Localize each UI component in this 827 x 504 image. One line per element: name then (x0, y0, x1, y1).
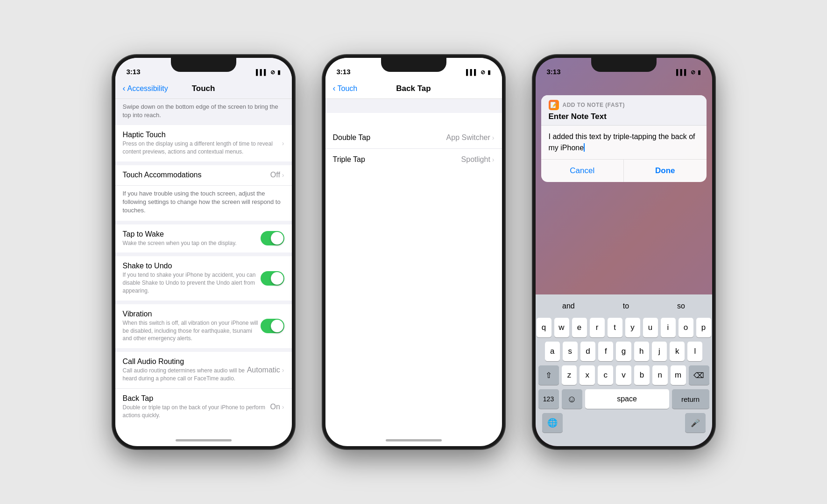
wifi-icon-1: ⊘ (270, 69, 275, 76)
back-chevron-1: ‹ (123, 84, 126, 93)
vibration-group: Vibration When this switch is off, all v… (115, 304, 292, 348)
globe-key[interactable]: 🌐 (542, 413, 563, 433)
notch-3 (591, 58, 657, 72)
key-f[interactable]: f (598, 342, 613, 361)
call-audio-chevron: › (282, 366, 284, 374)
sep-3 (115, 252, 292, 256)
key-row-4: 123 ☺ space return (538, 389, 709, 409)
predictive-and[interactable]: and (557, 300, 580, 312)
touch-acc-group: Touch Accommodations Off › If you have t… (115, 165, 292, 221)
status-icons-1: ▌▌▌ ⊘ ▮ (256, 69, 281, 76)
vibration-item: Vibration When this switch is off, all v… (115, 304, 292, 348)
back-tap-chevron: › (282, 403, 284, 411)
touch-acc-title: Touch Accommodations (123, 171, 270, 179)
time-2: 3:13 (337, 68, 351, 76)
key-c[interactable]: c (598, 365, 613, 385)
notch-1 (171, 58, 236, 72)
vibration-title: Vibration (123, 310, 261, 318)
key-z[interactable]: z (562, 365, 577, 385)
triple-tap-chevron: › (492, 156, 495, 163)
nav-bar-1: ‹ Accessibility Touch (115, 78, 292, 99)
back-label-1[interactable]: Accessibility (127, 84, 168, 93)
vibration-toggle[interactable] (261, 319, 284, 333)
key-x[interactable]: x (580, 365, 595, 385)
space-key[interactable]: space (585, 389, 669, 409)
key-d[interactable]: d (580, 342, 595, 361)
key-a[interactable]: a (545, 342, 560, 361)
key-k[interactable]: k (670, 342, 685, 361)
back-label-2[interactable]: Touch (338, 84, 358, 93)
key-m[interactable]: m (671, 365, 686, 385)
key-h[interactable]: h (634, 342, 649, 361)
cancel-button[interactable]: Cancel (541, 160, 624, 182)
key-o[interactable]: o (679, 318, 693, 337)
phone-3-screen: 3:13 ▌▌▌ ⊘ ▮ 📝 ADD TO NOTE (FAST) Enter … (536, 58, 712, 446)
done-button[interactable]: Done (624, 160, 707, 182)
key-r[interactable]: r (590, 318, 605, 337)
double-tap-item[interactable]: Double Tap App Switcher › (325, 127, 502, 149)
return-key[interactable]: return (672, 389, 709, 409)
back-button-2[interactable]: ‹ Touch (333, 84, 358, 93)
shift-key[interactable]: ⇧ (538, 365, 559, 385)
text-cursor (584, 143, 585, 152)
key-w[interactable]: w (554, 318, 569, 337)
touch-acc-value: Off (270, 171, 280, 179)
key-u[interactable]: u (643, 318, 658, 337)
modal-buttons: Cancel Done (541, 159, 707, 182)
key-p[interactable]: p (696, 318, 711, 337)
haptic-touch-item[interactable]: Haptic Touch Press on the display using … (115, 125, 292, 161)
triple-tap-label: Triple Tap (333, 155, 365, 164)
vibration-knob (271, 320, 283, 332)
numbers-key[interactable]: 123 (538, 389, 559, 409)
predictive-to[interactable]: to (617, 300, 635, 312)
add-to-note-modal: 📝 ADD TO NOTE (FAST) Enter Note Text I a… (541, 95, 707, 182)
key-b[interactable]: b (634, 365, 650, 385)
haptic-touch-title: Haptic Touch (123, 131, 282, 139)
haptic-touch-right: › (282, 140, 284, 147)
key-l[interactable]: l (687, 342, 702, 361)
predictive-so[interactable]: so (671, 300, 691, 312)
shake-undo-group: Shake to Undo If you tend to shake your … (115, 256, 292, 300)
back-tap-subtitle: Double or triple tap on the back of your… (123, 404, 270, 420)
back-tap-item[interactable]: Back Tap Double or triple tap on the bac… (115, 389, 292, 425)
call-audio-title: Call Audio Routing (123, 357, 247, 366)
double-tap-chevron: › (492, 134, 495, 141)
back-chevron-2: ‹ (333, 84, 336, 93)
back-button-1[interactable]: ‹ Accessibility (123, 84, 168, 93)
sep-4 (115, 301, 292, 304)
time-1: 3:13 (127, 68, 141, 76)
keyboard-area: and to so q w e r t y u i o p a s d (536, 294, 712, 446)
delete-key[interactable]: ⌫ (689, 365, 709, 385)
key-e[interactable]: e (572, 318, 587, 337)
key-v[interactable]: v (616, 365, 631, 385)
triple-tap-item[interactable]: Triple Tap Spotlight › (325, 149, 502, 170)
key-g[interactable]: g (616, 342, 631, 361)
emoji-key[interactable]: ☺ (562, 389, 582, 409)
back-tap-title: Back Tap (123, 394, 270, 403)
touch-acc-desc: If you have trouble using the touch scre… (115, 186, 292, 221)
key-s[interactable]: s (563, 342, 578, 361)
signal-icon-1: ▌▌▌ (256, 69, 268, 76)
key-t[interactable]: t (608, 318, 622, 337)
modal-app-name: ADD TO NOTE (FAST) (563, 102, 625, 108)
key-j[interactable]: j (652, 342, 667, 361)
tap-wake-toggle[interactable] (261, 231, 284, 245)
vibration-subtitle: When this switch is off, all vibration o… (123, 319, 261, 343)
haptic-touch-group: Haptic Touch Press on the display using … (115, 125, 292, 161)
key-n[interactable]: n (652, 365, 668, 385)
shake-undo-toggle[interactable] (261, 271, 284, 286)
tap-wake-knob (271, 232, 283, 245)
shake-undo-item: Shake to Undo If you tend to shake your … (115, 256, 292, 300)
reach-desc: Swipe down on the bottom edge of the scr… (115, 99, 292, 125)
touch-acc-item[interactable]: Touch Accommodations Off › (115, 165, 292, 186)
tap-wake-subtitle: Wake the screen when you tap on the disp… (123, 239, 261, 247)
key-y[interactable]: y (625, 318, 640, 337)
mic-key[interactable]: 🎤 (685, 413, 706, 433)
battery-icon-2: ▮ (488, 69, 491, 76)
modal-app-row: 📝 ADD TO NOTE (FAST) (549, 100, 699, 110)
call-audio-item[interactable]: Call Audio Routing Call audio routing de… (115, 352, 292, 389)
key-q[interactable]: q (537, 318, 551, 337)
phone-1-screen: 3:13 ▌▌▌ ⊘ ▮ ‹ Accessibility Touch Swipe… (115, 58, 292, 446)
key-i[interactable]: i (661, 318, 676, 337)
phone-3: 3:13 ▌▌▌ ⊘ ▮ 📝 ADD TO NOTE (FAST) Enter … (533, 55, 715, 449)
